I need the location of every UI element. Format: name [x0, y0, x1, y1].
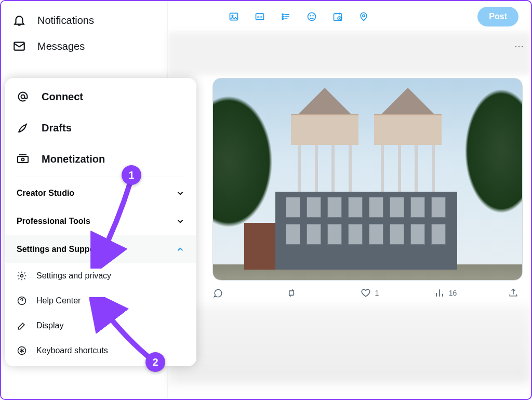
nav-notifications-label: Notifications: [37, 15, 94, 26]
chevron-up-icon: [176, 245, 185, 254]
retweet-button[interactable]: [286, 288, 356, 298]
tweet-actions-bar: 1 16: [172, 281, 527, 305]
blurred-tweet-header: [168, 32, 531, 75]
nav-notifications[interactable]: Notifications: [5, 7, 167, 33]
svg-point-8: [232, 15, 233, 16]
menu-item-monetization-label: Monetization: [42, 153, 105, 165]
like-button[interactable]: 1: [361, 288, 430, 298]
at-icon: [17, 90, 30, 103]
schedule-icon[interactable]: [332, 11, 343, 22]
annotation-arrow-1: [89, 175, 147, 269]
professional-tools-label: Professional Tools: [17, 217, 90, 226]
main-column: GIF Post ⋯: [167, 1, 531, 399]
compose-toolbar: GIF Post: [168, 1, 531, 32]
like-count: 1: [375, 289, 379, 297]
help-center-label: Help Center: [36, 296, 81, 305]
menu-item-drafts-label: Drafts: [42, 122, 72, 134]
edit-icon: [17, 321, 28, 331]
svg-point-1: [21, 95, 25, 99]
help-icon: [17, 296, 28, 306]
settings-support-label: Settings and Support: [17, 245, 101, 254]
money-icon: [17, 153, 30, 165]
location-icon[interactable]: [358, 11, 369, 22]
poll-icon[interactable]: [280, 11, 291, 22]
svg-point-4: [21, 275, 23, 277]
svg-point-12: [282, 16, 284, 17]
menu-item-monetization[interactable]: Monetization: [5, 143, 196, 175]
chevron-down-icon: [176, 217, 185, 226]
emoji-icon[interactable]: [306, 11, 317, 22]
asterisk-icon: [17, 345, 28, 356]
creator-studio-label: Creator Studio: [17, 189, 74, 198]
settings-privacy-label: Settings and privacy: [36, 271, 111, 281]
views-button[interactable]: 16: [434, 288, 504, 298]
annotation-badge-2: 2: [145, 352, 165, 372]
share-button[interactable]: [508, 288, 518, 298]
gear-icon: [17, 271, 28, 281]
tweet-media[interactable]: [212, 78, 523, 281]
svg-point-11: [282, 14, 284, 15]
envelope-icon: [12, 39, 27, 53]
views-count: 16: [449, 289, 457, 297]
menu-item-drafts[interactable]: Drafts: [5, 112, 196, 143]
display-label: Display: [36, 321, 63, 330]
svg-text:GIF: GIF: [257, 16, 262, 19]
media-icon[interactable]: [228, 11, 240, 22]
annotation-badge-1: 1: [122, 165, 141, 185]
svg-point-14: [308, 12, 316, 20]
svg-rect-2: [18, 156, 28, 163]
bell-icon: [12, 14, 27, 27]
nav-messages-label: Messages: [37, 41, 85, 52]
nav-messages[interactable]: Messages: [5, 33, 167, 59]
chevron-down-icon: [176, 189, 185, 198]
more-options-icon[interactable]: ⋯: [514, 41, 524, 52]
blurred-content: [168, 305, 531, 383]
svg-point-3: [22, 158, 24, 161]
gif-icon[interactable]: GIF: [254, 11, 265, 22]
post-button[interactable]: Post: [477, 7, 518, 26]
quill-icon: [17, 122, 30, 134]
svg-point-13: [282, 18, 284, 19]
svg-point-19: [363, 15, 365, 17]
menu-item-connect[interactable]: Connect: [5, 81, 196, 112]
svg-point-15: [310, 15, 311, 16]
reply-button[interactable]: [212, 288, 282, 298]
menu-item-connect-label: Connect: [42, 91, 83, 103]
svg-point-16: [313, 15, 313, 16]
tweet[interactable]: 1 16: [168, 78, 531, 305]
